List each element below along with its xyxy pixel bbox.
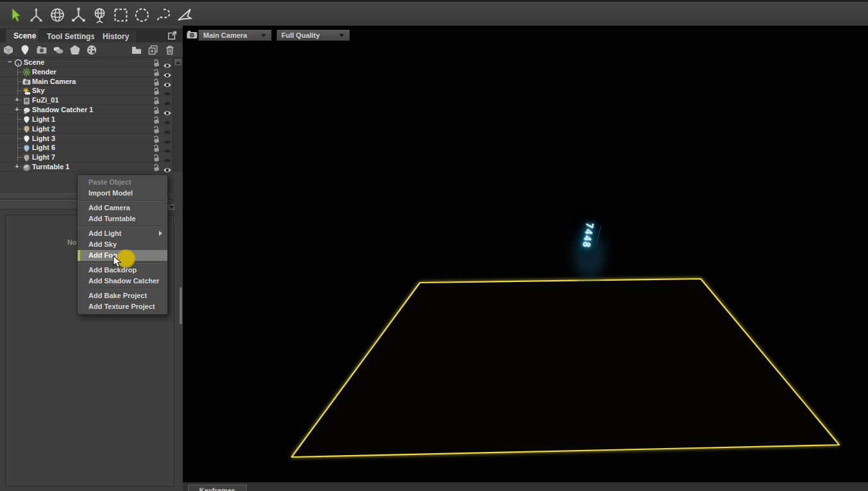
delete-button[interactable] <box>162 44 178 56</box>
tree-item-label: Render <box>32 67 56 76</box>
submenu-arrow-icon <box>159 231 162 236</box>
add-model-button[interactable] <box>0 44 17 56</box>
tree-item-label: Light 3 <box>32 134 55 143</box>
tab-history[interactable]: History <box>94 29 137 42</box>
tree-item-label: Turntable 1 <box>32 162 69 171</box>
menu-item-add-texture-project[interactable]: Add Texture Project <box>78 301 167 312</box>
tree-connector-tick <box>17 72 22 72</box>
add-light-button[interactable] <box>17 44 33 56</box>
tree-item-turntable-1[interactable]: +Turntable 1 <box>0 162 172 172</box>
menu-item-add-camera[interactable]: Add Camera <box>78 203 167 213</box>
tool-row <box>5 5 194 24</box>
tree-item-label: Light 1 <box>32 115 55 124</box>
scroll-down-button[interactable] <box>167 203 176 211</box>
menu-item-add-turntable[interactable]: Add Turntable <box>78 213 167 224</box>
expand-toggle[interactable]: + <box>14 106 20 113</box>
tree-item-label: Light 6 <box>32 143 55 152</box>
tree-item-scene[interactable]: −Scene <box>0 58 172 67</box>
move-tool-icon[interactable] <box>26 5 46 24</box>
collapse-toggle[interactable]: − <box>7 58 13 65</box>
lasso-select-tool-icon[interactable] <box>153 5 172 24</box>
ellipse-select-tool-icon[interactable] <box>132 5 151 24</box>
render-viewport[interactable]: Main Camera Full Quality 7448 Keyframes <box>183 26 868 491</box>
tab-tool-settings[interactable]: Tool Settings <box>38 29 103 42</box>
tree-item-label: Scene <box>24 58 44 67</box>
tree-item-light-2[interactable]: Light 2 <box>0 124 172 134</box>
add-camera-button[interactable] <box>33 44 50 56</box>
turntable-icon <box>22 163 31 174</box>
tree-item-light-6[interactable]: Light 6 <box>0 143 172 153</box>
tree-item-label: Main Camera <box>32 77 76 86</box>
rectangle-select-tool-icon[interactable] <box>111 5 130 24</box>
polygon-select-tool-icon[interactable] <box>174 5 194 24</box>
menu-item-import-model[interactable]: Import Model <box>78 188 167 199</box>
menu-item-add-shadow-catcher[interactable]: Add Shadow Catcher <box>78 276 167 287</box>
tree-connector-tick <box>17 119 22 120</box>
menu-item-add-sky[interactable]: Add Sky <box>78 239 167 250</box>
popout-icon[interactable] <box>167 30 178 40</box>
panel-tab-bar: Scene Tool Settings History <box>0 28 183 42</box>
scene-toolbar <box>0 42 183 58</box>
ground-plane-outline <box>183 26 868 491</box>
scroll-up-button[interactable] <box>174 58 182 66</box>
select-tool-icon[interactable] <box>5 5 24 24</box>
menu-item-add-bake-project[interactable]: Add Bake Project <box>78 290 167 301</box>
properties-placeholder-text: No <box>67 238 77 246</box>
mouse-cursor-icon <box>113 255 122 271</box>
keyframes-tab[interactable]: Keyframes <box>188 485 247 491</box>
scale-tool-icon[interactable] <box>69 5 88 24</box>
tree-connector-tick <box>17 147 22 148</box>
tree-item-render[interactable]: Render <box>0 67 172 77</box>
pivot-tool-icon[interactable] <box>90 5 109 24</box>
menu-item-paste-object: Paste Object <box>78 177 167 188</box>
app-window: Scene Tool Settings History −SceneRender… <box>0 0 868 491</box>
expand-toggle[interactable]: + <box>14 96 20 103</box>
tree-connector-tick <box>17 129 22 129</box>
tree-item-label: Light 2 <box>32 124 55 133</box>
tree-connector-tick <box>17 81 22 82</box>
tree-item-label: FuZi_01 <box>32 96 59 104</box>
tree-item-label: Shadow Catcher 1 <box>32 105 93 114</box>
context-menu: Paste ObjectImport ModelAdd CameraAdd Tu… <box>77 174 168 315</box>
backdrop-button[interactable] <box>67 44 83 56</box>
top-toolbar <box>0 0 868 26</box>
tree-connector-tick <box>17 157 22 158</box>
duplicate-button[interactable] <box>145 44 162 56</box>
environment-button[interactable] <box>50 44 67 56</box>
highlight-accent-bar <box>78 250 80 261</box>
tree-connector-tick <box>17 90 22 91</box>
tree-item-light-1[interactable]: Light 1 <box>0 115 172 124</box>
scene-tree: −SceneRenderMain CameraSky+FuZi_01+Shado… <box>0 58 172 172</box>
tree-item-sky[interactable]: Sky <box>0 86 172 96</box>
tree-item-label: Sky <box>32 86 45 95</box>
tree-scrollbar[interactable] <box>172 58 183 172</box>
rotate-tool-icon[interactable] <box>47 5 67 24</box>
tree-item-light-3[interactable]: Light 3 <box>0 134 172 144</box>
tree-item-fuzi-01[interactable]: +FuZi_01 <box>0 96 172 105</box>
tree-item-light-7[interactable]: Light 7 <box>0 153 172 162</box>
viewport-bottom-bar: Keyframes <box>183 482 868 491</box>
tree-connector-tick <box>17 138 22 139</box>
expand-toggle[interactable]: + <box>14 163 20 170</box>
pane-splitter-handle[interactable] <box>179 287 182 324</box>
material-button[interactable] <box>83 44 100 56</box>
menu-item-add-light[interactable]: Add Light <box>78 228 167 239</box>
tree-item-label: Light 7 <box>32 153 55 162</box>
tree-item-main-camera[interactable]: Main Camera <box>0 77 172 87</box>
lock-icon[interactable] <box>153 163 160 174</box>
tree-item-shadow-catcher-1[interactable]: +Shadow Catcher 1 <box>0 105 172 115</box>
make-group-button[interactable] <box>128 44 145 56</box>
